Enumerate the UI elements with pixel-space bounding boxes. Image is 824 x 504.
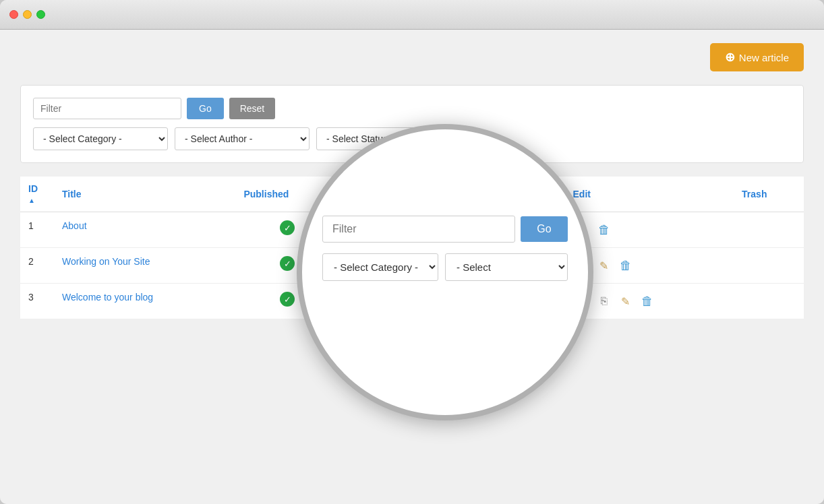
row-title: About [54,212,235,248]
magnify-author-select[interactable]: - Select [445,253,568,281]
maximize-button[interactable] [36,10,45,19]
main-window: ⊕ New article Go Reset - Select Category… [0,0,824,504]
magnify-category-select[interactable]: - Select Category - [322,253,438,281]
filter-row-1: Go Reset [33,98,791,119]
magnify-go-button[interactable]: Go [521,216,568,242]
row-trash [734,248,804,284]
trash-icon[interactable]: 🗑 [595,220,614,239]
th-edit[interactable]: Edit [565,177,734,212]
th-trash[interactable]: Trash [734,177,804,212]
go-button[interactable]: Go [187,98,224,119]
action-buttons: ⎘ ✎ 🗑 [573,256,726,275]
toolbar: ⊕ New article [20,43,804,71]
filter-input[interactable] [33,98,181,119]
magnify-overlay: Go - Select Category - - Select [297,124,593,420]
article-link[interactable]: Working on Your Site [62,256,150,267]
magnify-content: Go - Select Category - - Select [302,129,588,415]
row-title: Welcome to your blog [54,284,235,319]
trash-icon[interactable]: 🗑 [638,292,657,311]
new-article-label: New article [739,52,789,63]
author-select[interactable]: - Select Author - [175,127,310,150]
category-select[interactable]: - Select Category - [33,127,168,150]
titlebar [0,0,824,30]
th-title[interactable]: Title [54,177,235,212]
magnify-filter-row: Go [322,216,568,243]
trash-icon[interactable]: 🗑 [616,256,635,275]
plus-icon: ⊕ [725,50,735,65]
row-id: 3 [20,284,54,319]
edit-icon[interactable]: ✎ [595,256,614,275]
copy-icon[interactable]: ⎘ [595,292,614,311]
row-title: Working on Your Site [54,248,235,284]
article-link[interactable]: Welcome to your blog [62,292,153,303]
published-icon[interactable]: ✓ [280,220,295,235]
magnify-filter-input[interactable] [322,216,515,243]
action-buttons: ★ ⎘ ✎ 🗑 [573,292,726,311]
th-id[interactable]: ID [20,177,54,212]
magnify-filter-selects: - Select Category - - Select [322,253,568,281]
row-trash [734,284,804,319]
content-area: ⊕ New article Go Reset - Select Category… [0,30,824,504]
reset-button[interactable]: Reset [229,98,276,119]
new-article-button[interactable]: ⊕ New article [710,43,804,71]
action-buttons: ✎ 🗑 [573,220,726,239]
article-link[interactable]: About [62,220,87,231]
row-id: 2 [20,248,54,284]
published-icon[interactable]: ✓ [280,292,295,307]
row-trash [734,212,804,248]
minimize-button[interactable] [23,10,32,19]
close-button[interactable] [9,10,18,19]
traffic-lights [9,10,45,19]
row-id: 1 [20,212,54,248]
published-icon[interactable]: ✓ [280,256,295,271]
edit-icon[interactable]: ✎ [616,292,635,311]
